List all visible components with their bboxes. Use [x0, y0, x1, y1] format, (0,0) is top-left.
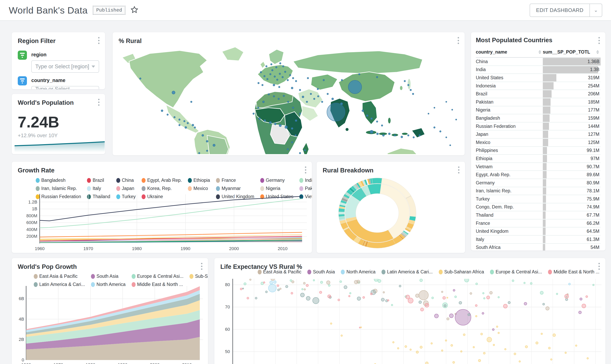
legend-item[interactable]: Pakistan	[299, 186, 312, 191]
scatter-bubble-chart[interactable]: 50607080	[218, 279, 602, 364]
worlds-population-card: World's Population 7.24B +12.9% over 10Y	[12, 94, 105, 154]
card-title: Growth Rate	[12, 162, 312, 174]
kebab-menu-icon[interactable]	[200, 263, 204, 270]
column-header-country[interactable]: country_name	[476, 49, 543, 55]
legend-item[interactable]: South Asia	[91, 273, 126, 279]
table-row[interactable]: Vietnam90.7M	[476, 163, 601, 171]
legend-item[interactable]: Sub-Saharan Africa	[189, 273, 208, 279]
legend-item[interactable]: France	[216, 178, 254, 183]
growth-line-chart[interactable]: 200M400M600M800M1B1.2B196019701980199020…	[16, 193, 309, 253]
svg-text:2010: 2010	[182, 363, 192, 364]
legend-dot	[142, 178, 146, 183]
header-menu-caret[interactable]: ⌄	[590, 4, 602, 17]
kebab-menu-icon[interactable]	[597, 263, 601, 270]
legend-item[interactable]: Sub-Saharan Africa	[439, 269, 484, 274]
table-row[interactable]: Egypt, Arab Rep.89.6M	[476, 171, 601, 179]
favorite-star-icon[interactable]	[130, 6, 139, 15]
legend-item[interactable]: China	[116, 178, 136, 183]
legend-dot	[216, 186, 220, 191]
svg-text:1.2B: 1.2B	[28, 199, 37, 205]
legend-item[interactable]: East Asia & Pacific	[258, 269, 302, 274]
card-title: World's Population	[12, 94, 105, 106]
legend-item[interactable]: Europe & Central Asi...	[490, 269, 542, 274]
kebab-menu-icon[interactable]	[97, 99, 101, 106]
legend-item[interactable]: Germany	[260, 178, 293, 183]
legend-item[interactable]: India	[299, 178, 312, 183]
legend-item[interactable]: Nigeria	[260, 186, 293, 191]
sort-icon	[538, 50, 541, 54]
table-row[interactable]: Italy61.3M	[476, 235, 601, 244]
table-row[interactable]: Turkey75.9M	[476, 195, 601, 203]
svg-text:2000: 2000	[229, 246, 239, 251]
legend-dot	[189, 274, 194, 279]
table-row[interactable]: Indonesia254M	[476, 82, 601, 90]
legend-dot	[36, 178, 40, 183]
table-row[interactable]: Congo, Dem. Rep.74.9M	[476, 203, 601, 211]
svg-text:2B: 2B	[19, 337, 24, 342]
pop-growth-area-chart[interactable]: 02B4B6B196019701980199020002010	[14, 286, 206, 364]
published-badge[interactable]: Published	[93, 6, 125, 15]
table-row[interactable]: Russian Federation144M	[476, 122, 601, 131]
legend-item[interactable]: Egypt, Arab Rep.	[142, 178, 182, 183]
legend-item[interactable]: Korea, Rep.	[142, 186, 182, 191]
legend-item[interactable]: South Asia	[307, 269, 335, 274]
table-row[interactable]: Germany80.9M	[476, 179, 601, 187]
legend-dot	[36, 186, 40, 191]
big-number-value: 7.24B	[12, 106, 105, 131]
legend-item[interactable]: Middle East & North ...	[548, 269, 599, 274]
table-row[interactable]: Thailand67.7M	[476, 211, 601, 220]
legend-dot	[307, 270, 311, 274]
svg-text:1970: 1970	[83, 246, 93, 251]
table-row[interactable]: United Kingdom64.5M	[476, 227, 601, 235]
table-row[interactable]: South Africa54M	[476, 244, 601, 250]
table-row[interactable]: China1.36B	[476, 58, 601, 66]
legend-dot	[116, 186, 120, 191]
legend-item[interactable]: East Asia & Pacific	[34, 273, 85, 279]
legend-item[interactable]: Italy	[87, 186, 110, 191]
filter-field-label: region	[31, 52, 99, 58]
legend-item[interactable]: Iran, Islamic Rep.	[36, 186, 81, 191]
legend-item[interactable]: North America	[341, 269, 375, 274]
legend-item[interactable]: Latin America & Cari...	[381, 269, 433, 274]
table-row[interactable]: France66.2M	[476, 220, 601, 228]
kebab-menu-icon[interactable]	[304, 167, 307, 173]
svg-text:80: 80	[225, 282, 230, 287]
legend-dot	[258, 270, 262, 274]
table-row[interactable]: India1.3B	[476, 66, 601, 74]
card-title: Most Populated Countries	[471, 32, 605, 44]
legend-item[interactable]: Mexico	[188, 186, 210, 191]
table-row[interactable]: Japan127M	[476, 130, 601, 139]
table-row[interactable]: Nigeria177M	[476, 106, 601, 115]
table-row[interactable]: Pakistan185M	[476, 98, 601, 106]
kebab-menu-icon[interactable]	[97, 37, 101, 44]
legend-item[interactable]: Bangladesh	[36, 178, 81, 183]
country-name-select[interactable]: Type or Select [country_name]	[31, 86, 99, 89]
sort-icon	[596, 50, 599, 54]
edit-dashboard-button[interactable]: EDIT DASHBOARD	[530, 4, 590, 17]
kebab-menu-icon[interactable]	[597, 37, 601, 44]
population-sparkline	[14, 137, 102, 152]
legend-dot	[132, 274, 136, 279]
table-row[interactable]: Ethiopia97M	[476, 155, 601, 163]
svg-text:600M: 600M	[26, 220, 37, 225]
svg-text:1990: 1990	[118, 363, 127, 364]
table-row[interactable]: Bangladesh159M	[476, 114, 601, 122]
legend-item[interactable]: Japan	[116, 186, 136, 191]
world-map[interactable]	[113, 43, 465, 154]
legend-item[interactable]: Europe & Central Asi...	[132, 273, 184, 279]
table-row[interactable]: Iran, Islamic Rep.78.1M	[476, 187, 601, 195]
region-select[interactable]: Type or Select [region]	[31, 60, 99, 73]
legend-item[interactable]: Brazil	[87, 178, 110, 183]
table-row[interactable]: Brazil206M	[476, 90, 601, 98]
table-row[interactable]: Philippines99.1M	[476, 147, 601, 155]
table-row[interactable]: Mexico125M	[476, 139, 601, 147]
column-header-population[interactable]: sum__SP_POP_TOTL	[543, 49, 601, 55]
legend-item[interactable]: Myanmar	[216, 186, 254, 191]
rural-sunburst-chart[interactable]	[317, 174, 465, 252]
page-title: World Bank's Data	[9, 5, 87, 16]
country-table: country_name sum__SP_POP_TOTL China1.36B…	[476, 47, 601, 250]
table-row[interactable]: United States319M	[476, 74, 601, 82]
legend-item[interactable]: Ethiopia	[188, 178, 210, 183]
kebab-menu-icon[interactable]	[457, 167, 461, 173]
legend-dot	[87, 178, 91, 183]
